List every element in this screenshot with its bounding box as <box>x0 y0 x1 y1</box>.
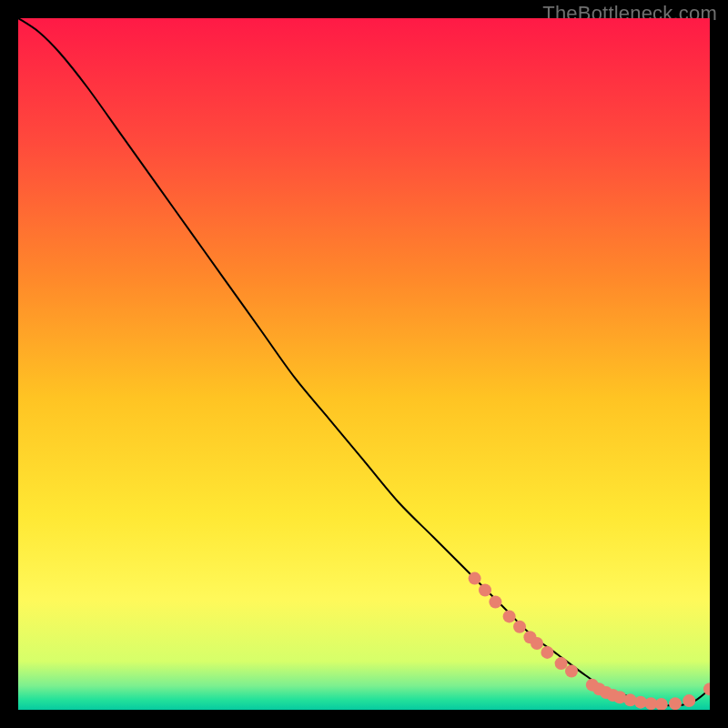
marker-point <box>565 664 578 677</box>
plot-area <box>18 18 710 710</box>
marker-point <box>682 694 695 707</box>
marker-point <box>513 621 526 633</box>
marker-point <box>531 637 543 650</box>
marker-point <box>469 572 481 585</box>
chart-stage: TheBottleneck.com <box>0 0 728 728</box>
marker-point <box>489 595 501 608</box>
marker-point <box>541 646 553 659</box>
marker-point <box>479 584 491 597</box>
gradient-background <box>18 18 710 710</box>
marker-point <box>503 610 516 622</box>
chart-svg <box>18 18 710 710</box>
marker-point <box>555 657 568 670</box>
marker-point <box>669 697 682 710</box>
